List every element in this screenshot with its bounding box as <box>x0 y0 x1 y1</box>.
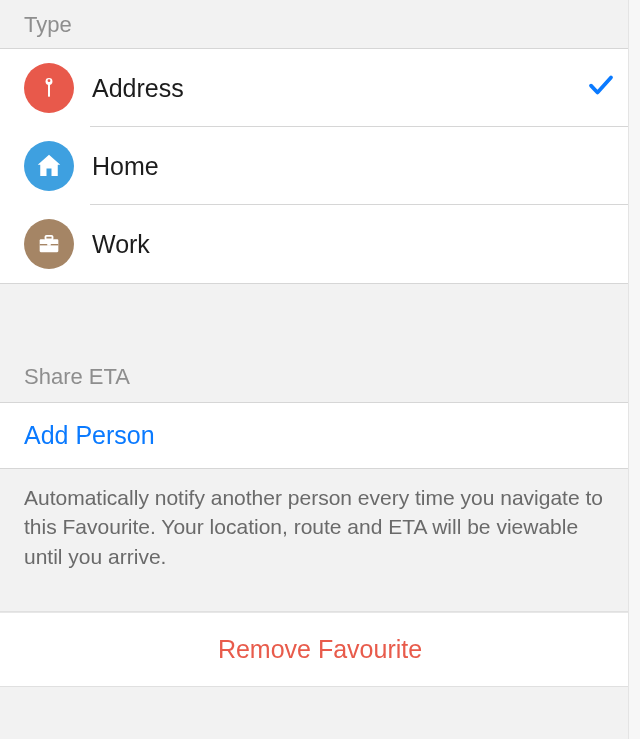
share-eta-description: Automatically notify another person ever… <box>0 469 640 612</box>
pin-icon <box>24 63 74 113</box>
checkmark-icon <box>586 70 616 107</box>
svg-rect-2 <box>48 84 50 97</box>
svg-rect-6 <box>47 243 51 246</box>
svg-point-1 <box>48 79 51 82</box>
briefcase-icon <box>24 219 74 269</box>
remove-favourite-button[interactable]: Remove Favourite <box>0 612 640 687</box>
type-section-header: Type <box>0 0 640 48</box>
type-option-work[interactable]: Work <box>0 205 640 283</box>
type-option-address[interactable]: Address <box>0 49 640 127</box>
type-option-label: Address <box>92 74 586 103</box>
scrollbar[interactable] <box>628 0 640 739</box>
type-option-label: Home <box>92 152 616 181</box>
add-person-button[interactable]: Add Person <box>0 402 640 469</box>
home-icon <box>24 141 74 191</box>
type-option-label: Work <box>92 230 616 259</box>
section-spacer <box>0 284 640 350</box>
share-eta-header: Share ETA <box>0 350 640 402</box>
svg-rect-4 <box>46 236 53 240</box>
type-option-home[interactable]: Home <box>0 127 640 205</box>
type-options-list: Address Home Work <box>0 48 640 284</box>
